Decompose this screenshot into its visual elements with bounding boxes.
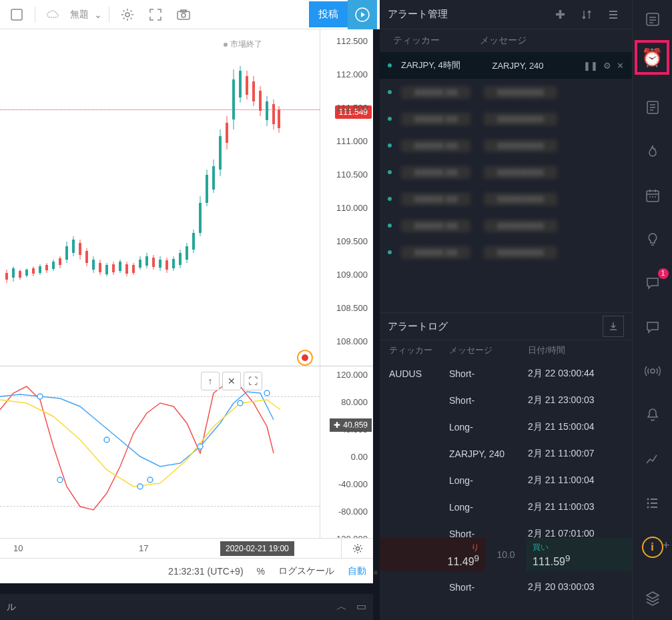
- camera-icon[interactable]: [171, 2, 196, 27]
- log-row[interactable]: Long-2月 21 15:00:04: [380, 414, 632, 440]
- gear-icon[interactable]: [115, 2, 140, 27]
- log-row[interactable]: ZARJPY, 2402月 21 11:00:07: [380, 440, 632, 467]
- log-row[interactable]: Short-2月 20 03:00:03: [380, 574, 632, 601]
- percent-toggle[interactable]: %: [257, 566, 265, 577]
- status-dot-icon: [388, 143, 392, 147]
- watchlist-icon[interactable]: [639, 7, 666, 32]
- layout-name[interactable]: 無題: [70, 9, 89, 21]
- y-tick: 111.500: [336, 103, 368, 113]
- svg-rect-61: [186, 246, 188, 260]
- buy-price: 111.599: [533, 553, 625, 568]
- price-y-axis[interactable]: 111.549 112.500112.000111.500111.000110.…: [320, 29, 373, 366]
- svg-rect-110: [651, 503, 657, 504]
- chat-icon[interactable]: 1: [639, 271, 666, 296]
- logscale-toggle[interactable]: ログスケール: [278, 565, 334, 577]
- info-button[interactable]: i+: [639, 535, 666, 560]
- performance-icon[interactable]: [639, 446, 666, 472]
- alert-row-selected[interactable]: ZARJPY, 4時間 ZARJPY, 240 ❚❚ ⚙ ✕: [380, 52, 632, 79]
- date-tag: 2020-02-21 19:00: [220, 541, 294, 556]
- collapse-up-icon[interactable]: ↑: [201, 372, 220, 390]
- time-axis[interactable]: 10 17 2020-02-21 19:00: [0, 538, 373, 558]
- svg-rect-35: [99, 263, 101, 272]
- scroll-handle[interactable]: [374, 571, 378, 575]
- alarm-clock-icon[interactable]: ⏰: [641, 47, 663, 68]
- svg-rect-55: [165, 260, 168, 270]
- log-message: Long-: [449, 502, 528, 513]
- svg-rect-27: [72, 240, 75, 253]
- download-icon[interactable]: [603, 316, 624, 337]
- bell-icon[interactable]: [639, 402, 666, 428]
- svg-rect-75: [232, 79, 235, 119]
- svg-point-90: [37, 394, 43, 399]
- publish-button[interactable]: 投稿: [309, 1, 348, 27]
- svg-rect-47: [139, 260, 141, 268]
- sell-box[interactable]: り 11.499: [380, 538, 486, 571]
- sort-button[interactable]: [576, 4, 597, 25]
- log-message: Short-: [449, 582, 528, 593]
- chat-badge: 1: [658, 268, 669, 279]
- svg-rect-65: [199, 203, 202, 233]
- alarm-icon-highlight[interactable]: ⏰: [635, 40, 669, 75]
- idea-icon[interactable]: [639, 227, 666, 252]
- list-view-button[interactable]: [603, 4, 624, 25]
- log-row[interactable]: Long-2月 21 11:00:03: [380, 494, 632, 521]
- dom-icon[interactable]: [639, 491, 666, 516]
- add-alert-button[interactable]: ✚: [549, 4, 571, 25]
- y-tick: 108.500: [336, 303, 368, 313]
- alert-header: アラート管理 ✚: [380, 0, 632, 29]
- log-date: 2月 21 11:00:07: [528, 448, 623, 460]
- log-date: 2月 21 15:00:04: [528, 421, 623, 433]
- auto-toggle[interactable]: 自動: [348, 565, 366, 577]
- indicator-area[interactable]: ↑ ✕ ⛶: [0, 366, 320, 539]
- pause-icon[interactable]: ❚❚: [583, 61, 598, 71]
- alert-row[interactable]: XXXXX XXXXXXXXXX: [380, 79, 632, 105]
- play-button[interactable]: [348, 0, 377, 29]
- axis-settings-icon[interactable]: [341, 539, 373, 559]
- svg-rect-7: [5, 273, 8, 280]
- layers-icon[interactable]: [639, 585, 666, 611]
- calendar-icon[interactable]: [639, 183, 666, 208]
- svg-rect-85: [266, 101, 268, 120]
- gear-icon[interactable]: ⚙: [603, 61, 611, 71]
- svg-rect-53: [159, 260, 161, 268]
- y-tick: 40.000: [341, 424, 368, 434]
- log-row[interactable]: AUDUSShort-2月 22 03:00:44: [380, 360, 632, 387]
- alert-row[interactable]: XXXXX XXXXXXXXXX: [380, 132, 632, 159]
- chevron-up-icon[interactable]: ︿: [336, 600, 347, 614]
- alert-row[interactable]: XXXXX XXXXXXXXXX: [380, 159, 632, 186]
- alert-row[interactable]: XXXXX XXXXXXXXXX: [380, 239, 632, 266]
- hotlist-icon[interactable]: [639, 139, 666, 164]
- alert-row[interactable]: XXXXX XXXXXXXXXX: [380, 186, 632, 212]
- layout-icon[interactable]: [4, 2, 29, 27]
- log-row[interactable]: Short-2月 21 23:00:03: [380, 387, 632, 414]
- expand-icon[interactable]: ⛶: [244, 372, 262, 390]
- svg-rect-29: [79, 243, 81, 255]
- alert-row[interactable]: XXXXX XXXXXXXXXX: [380, 105, 632, 132]
- price-chart-area[interactable]: 市場終了: [0, 29, 320, 366]
- y-tick: 108.000: [336, 336, 368, 346]
- y-tick: 109.500: [336, 236, 368, 246]
- chart-toolbar: 無題 ⌄ 投稿: [0, 0, 380, 29]
- cloud-icon[interactable]: [41, 2, 66, 27]
- spread-box: 10.0: [486, 538, 526, 571]
- svg-rect-59: [179, 253, 182, 265]
- svg-rect-23: [59, 258, 61, 265]
- indicator-pane: ↑ ✕ ⛶ ✚ 40.859 120.00080.00040.0000.00-4…: [0, 366, 373, 538]
- log-row[interactable]: Long-2月 21 11:00:04: [380, 467, 632, 494]
- log-message: Short-: [449, 395, 528, 406]
- private-chat-icon[interactable]: [639, 314, 666, 340]
- log-col-date: 日付/時間: [528, 344, 623, 356]
- fullscreen-icon[interactable]: [143, 2, 168, 27]
- alert-row[interactable]: XXXXX XXXXXXXXXX: [380, 212, 632, 239]
- window-icon[interactable]: ▭: [356, 600, 366, 614]
- close-icon[interactable]: ✕: [617, 61, 624, 71]
- close-indicator-icon[interactable]: ✕: [222, 372, 241, 390]
- svg-point-105: [655, 196, 656, 198]
- svg-rect-25: [65, 246, 68, 260]
- stream-icon[interactable]: [639, 358, 666, 384]
- chevron-down-icon[interactable]: ⌄: [94, 9, 102, 20]
- indicator-y-axis[interactable]: ✚ 40.859 120.00080.00040.0000.00-40.000-…: [320, 366, 373, 539]
- notes-icon[interactable]: [639, 95, 666, 120]
- svg-rect-39: [112, 264, 115, 272]
- buy-box[interactable]: 買い 111.599: [526, 538, 632, 571]
